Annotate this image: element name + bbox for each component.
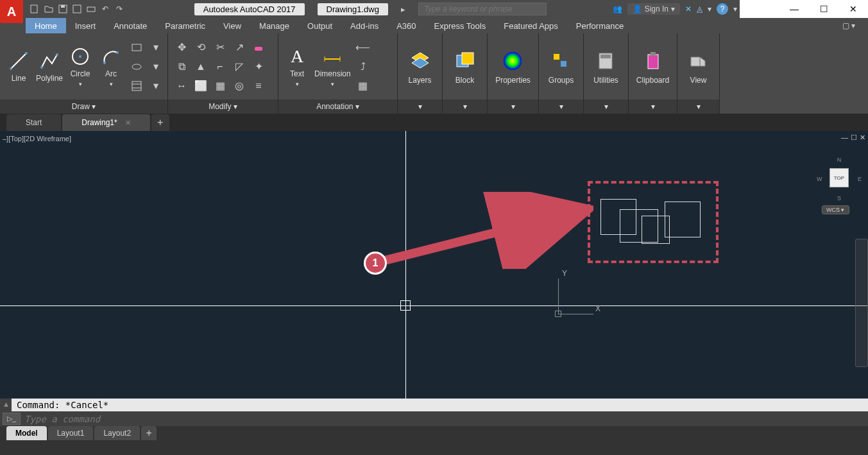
panel-modify-title[interactable]: Modify ▾ [168,99,278,114]
block-button[interactable]: Block [450,46,480,87]
chamfer-icon[interactable]: ◸ [231,58,248,75]
properties-button[interactable]: Properties [493,46,533,87]
extend-icon[interactable]: ↗ [231,39,248,56]
help-icon[interactable]: ? [717,3,728,15]
polyline-button[interactable]: Polyline [36,51,63,83]
tab-insert[interactable]: Insert [66,18,105,33]
tab-view[interactable]: View [214,18,250,33]
a360-icon[interactable]: ◬ [697,4,702,13]
tab-parametric[interactable]: Parametric [156,18,214,33]
cmd-expand-icon[interactable]: ▴ [0,399,12,411]
text-button[interactable]: A Text ▾ [284,46,311,87]
viewcube-w[interactable]: W [817,176,822,182]
tab-home[interactable]: Home [26,18,66,33]
new-icon[interactable] [28,3,41,15]
doc-tab-start[interactable]: Start [6,114,61,131]
saveas-icon[interactable] [71,3,83,15]
explode-icon[interactable]: ✦ [250,58,267,75]
layout-add-button[interactable]: + [141,426,157,440]
tab-express[interactable]: Express Tools [425,18,495,33]
exchange-icon[interactable]: ✕ [685,4,692,13]
viewcube-wcs[interactable]: WCS ▾ [822,205,849,214]
viewcube-n[interactable]: N [837,157,842,163]
more-icon[interactable]: ▾ [148,39,164,56]
panel-properties-title[interactable]: ▾ [488,99,538,114]
dimension-button[interactable]: Dimension ▾ [314,46,351,87]
fillet-icon[interactable]: ⌐ [212,58,228,75]
viewport-label[interactable]: –][Top][2D Wireframe] [3,135,71,142]
close-button[interactable]: ✕ [838,0,868,18]
title-arrow-icon[interactable]: ▸ [401,4,405,14]
groups-button[interactable]: Groups [546,46,576,87]
chevron-down-icon[interactable]: ▾ [708,4,711,13]
panel-groups-title[interactable]: ▾ [539,99,583,114]
maximize-button[interactable]: ☐ [809,0,838,18]
chevron-down-icon[interactable]: ▾ [733,4,737,13]
search-input[interactable] [418,3,547,15]
close-icon[interactable]: ✕ [125,119,131,127]
tab-a360[interactable]: A360 [387,18,425,33]
panel-utilities-title[interactable]: ▾ [584,99,628,114]
move-icon[interactable]: ✥ [173,39,190,56]
layout-tab-layout2[interactable]: Layout2 [94,426,140,440]
tab-manage[interactable]: Manage [250,18,298,33]
viewcube-top[interactable]: TOP [830,168,849,187]
viewcube-e[interactable]: E [858,176,862,182]
mirror-icon[interactable]: ▲ [192,58,209,75]
minimize-viewport-icon[interactable]: — [841,133,848,142]
leader2-icon[interactable]: ⤴ [355,58,371,75]
navigation-bar[interactable] [855,239,868,367]
arc-button[interactable]: Arc ▾ [98,46,124,87]
offset-icon[interactable]: ◎ [231,78,248,94]
copy-icon[interactable]: ⧉ [173,58,190,75]
close-viewport-icon[interactable]: ✕ [860,133,865,142]
minimize-button[interactable]: — [779,0,809,18]
clipboard-button[interactable]: Clipboard [634,46,672,87]
tab-featured[interactable]: Featured Apps [495,18,567,33]
panel-view-title[interactable]: ▾ [677,99,719,114]
line-button[interactable]: Line [5,51,32,83]
tab-addins[interactable]: Add-ins [341,18,387,33]
layout-tab-model[interactable]: Model [6,426,47,440]
layout-tab-layout1[interactable]: Layout1 [48,426,94,440]
more-icon[interactable]: ▾ [148,58,164,75]
view-button[interactable]: View [684,46,713,87]
stretch-icon[interactable]: ↔ [173,78,190,94]
array-icon[interactable]: ▦ [212,78,228,94]
maximize-viewport-icon[interactable]: ☐ [851,133,857,142]
hatch-icon[interactable] [128,78,145,94]
infocenter-icon[interactable]: 👥 [613,4,622,13]
redo-icon[interactable]: ↷ [113,3,126,15]
rect-icon[interactable] [128,39,145,56]
signin-button[interactable]: 👤 Sign In ▾ [627,3,680,15]
viewcube[interactable]: N S W E TOP WCS ▾ [817,157,862,214]
drawing-canvas[interactable]: –][Top][2D Wireframe] — ☐ ✕ Y X 1 N S W … [0,131,868,399]
open-icon[interactable] [42,3,55,15]
align-icon[interactable]: ≡ [250,78,267,94]
save-icon[interactable] [56,3,69,15]
viewcube-s[interactable]: S [837,195,841,202]
layers-button[interactable]: Layers [405,46,435,87]
tab-output[interactable]: Output [298,18,341,33]
leader-icon[interactable]: ⟵ [355,39,371,56]
doc-tab-drawing1[interactable]: Drawing1* ✕ [62,114,149,131]
tab-performance[interactable]: Performance [567,18,633,33]
plot-icon[interactable] [85,3,98,15]
ellipse-icon[interactable] [128,58,145,75]
panel-clipboard-title[interactable]: ▾ [629,99,677,114]
scale-icon[interactable]: ⬜ [192,78,209,94]
app-logo[interactable]: A [0,0,23,23]
panel-layers-title[interactable]: ▾ [398,99,442,114]
table-icon[interactable]: ▦ [355,78,371,94]
circle-button[interactable]: Circle ▾ [67,46,94,87]
panel-annotation-title[interactable]: Annotation ▾ [278,99,397,114]
utilities-button[interactable]: Utilities [591,46,621,87]
ribbon-options[interactable]: ▢ ▾ [842,18,868,33]
doc-tab-add-button[interactable]: + [151,114,169,131]
rotate-icon[interactable]: ⟲ [192,39,209,56]
command-prompt-icon[interactable]: ▷_ [3,413,21,425]
trim-icon[interactable]: ✂ [212,39,228,56]
panel-block-title[interactable]: ▾ [443,99,487,114]
undo-icon[interactable]: ↶ [99,3,112,15]
tab-annotate[interactable]: Annotate [105,18,156,33]
